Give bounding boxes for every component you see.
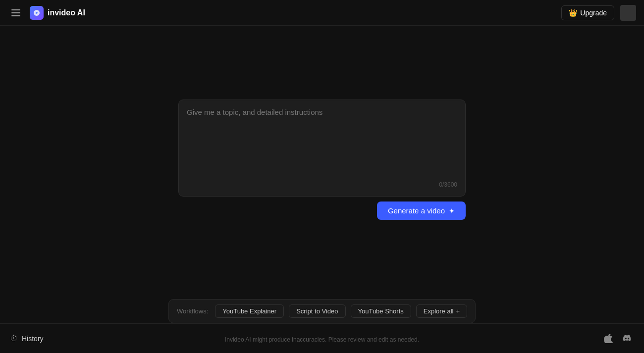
workflow-chip-youtube-shorts[interactable]: YouTube Shorts [350,304,411,318]
history-button[interactable]: ⏱ History [10,334,44,343]
apple-icon-button[interactable] [601,332,615,346]
workflows-label: Workflows: [177,307,208,315]
sparkle-icon: ✦ [449,207,455,215]
hamburger-icon [11,9,20,16]
logo-text: invideo AI [48,8,85,17]
workflow-chip-script-to-video[interactable]: Script to Video [289,304,345,318]
workflows-bar: Workflows: YouTube Explainer Script to V… [168,299,476,323]
prompt-textarea[interactable] [187,108,457,177]
logo-icon [30,6,44,20]
plus-icon: + [456,307,460,315]
history-label: History [22,335,44,343]
workflow-chip-youtube-explainer[interactable]: YouTube Explainer [215,304,284,318]
discord-icon-button[interactable] [620,332,634,346]
main-content: 0/3600 Generate a video ✦ [0,26,644,294]
generate-button-row: Generate a video ✦ [178,202,466,220]
explore-all-button[interactable]: Explore all + [416,304,467,318]
logo-area: invideo AI [30,6,85,20]
footer-icons [601,332,634,346]
clock-icon: ⏱ [10,334,18,343]
header: invideo AI 👑 Upgrade [0,0,644,26]
prompt-container: 0/3600 [178,100,466,197]
upgrade-button[interactable]: 👑 Upgrade [561,5,614,20]
header-left: invideo AI [8,5,85,21]
history-bar: ⏱ History Invideo AI might produce inacc… [0,323,644,353]
char-count: 0/3600 [187,181,457,188]
menu-button[interactable] [8,5,24,21]
generate-button[interactable]: Generate a video ✦ [377,202,466,220]
avatar[interactable] [620,5,636,21]
footer-disclaimer: Invideo AI might produce inaccuracies. P… [225,336,419,343]
header-right: 👑 Upgrade [561,5,636,21]
crown-icon: 👑 [569,9,577,17]
